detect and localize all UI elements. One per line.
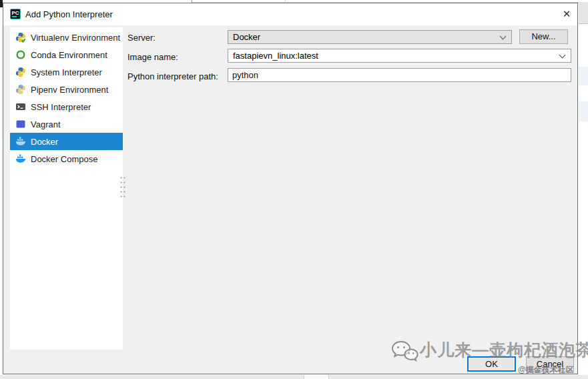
sidebar-item-system-interpreter[interactable]: System Interpreter <box>10 63 123 81</box>
background-window-fragment <box>579 2 588 24</box>
image-name-value: fastapievn_linux:latest <box>233 51 318 61</box>
sidebar-item-label: Virtualenv Environment <box>31 33 120 43</box>
background-window-fragment <box>304 375 329 379</box>
vagrant-icon <box>15 119 26 129</box>
interpreter-path-input[interactable] <box>228 68 571 82</box>
close-icon[interactable]: ✕ <box>558 7 575 21</box>
conda-icon <box>15 49 26 60</box>
sidebar-item-ssh[interactable]: SSH Interpreter <box>10 98 123 115</box>
image-name-combobox[interactable]: fastapievn_linux:latest <box>228 49 571 63</box>
interpreter-path-label: Python interpreter path: <box>127 71 218 82</box>
image-name-label: Image name: <box>127 51 178 63</box>
sidebar-item-label: Pipenv Environment <box>31 85 108 95</box>
sidebar-item-virtualenv[interactable]: Virtualenv Environment <box>10 29 123 46</box>
chevron-down-icon <box>559 52 566 59</box>
background-table-row-fragment <box>579 101 588 121</box>
ok-button[interactable]: OK <box>467 356 516 372</box>
interpreter-type-list: Virtualenv Environment Conda Environment… <box>10 27 123 350</box>
pipenv-icon <box>15 84 26 95</box>
sidebar-item-label: Docker <box>31 137 58 147</box>
python-icon <box>15 67 26 77</box>
dialog-title: Add Python Interpreter <box>25 9 113 19</box>
server-label: Server: <box>127 32 156 43</box>
cancel-button[interactable]: Cancel <box>526 356 574 372</box>
sidebar-item-label: Vagrant <box>31 119 61 129</box>
docker-whale-icon <box>15 136 26 147</box>
python-venv-icon <box>15 32 26 43</box>
ssh-terminal-icon <box>15 101 26 112</box>
background-window-fragment <box>0 375 588 379</box>
pycharm-icon: PC <box>10 9 21 19</box>
sidebar-item-conda[interactable]: Conda Environment <box>10 46 123 63</box>
dialog-titlebar[interactable]: PC Add Python Interpreter ✕ <box>3 3 577 25</box>
server-select-value: Docker <box>233 32 260 42</box>
sidebar-item-vagrant[interactable]: Vagrant <box>10 115 123 133</box>
background-table-row-fragment <box>579 67 588 85</box>
server-select[interactable]: Docker <box>228 30 512 44</box>
sidebar-item-docker-compose[interactable]: Docker Compose <box>10 150 123 167</box>
docker-compose-icon <box>15 153 26 164</box>
new-server-button[interactable]: New... <box>519 29 568 44</box>
chevron-down-icon <box>500 33 507 40</box>
sidebar-item-pipenv[interactable]: Pipenv Environment <box>10 81 123 98</box>
sidebar-item-label: SSH Interpreter <box>31 102 91 112</box>
sidebar-item-label: Docker Compose <box>31 154 97 164</box>
splitter-drag-handle[interactable] <box>119 175 126 198</box>
sidebar-item-label: Conda Environment <box>31 50 107 60</box>
add-python-interpreter-dialog: PC Add Python Interpreter ✕ Virtualenv E… <box>3 3 578 374</box>
sidebar-item-label: System Interpreter <box>31 67 102 77</box>
sidebar-item-docker[interactable]: Docker <box>10 133 123 150</box>
